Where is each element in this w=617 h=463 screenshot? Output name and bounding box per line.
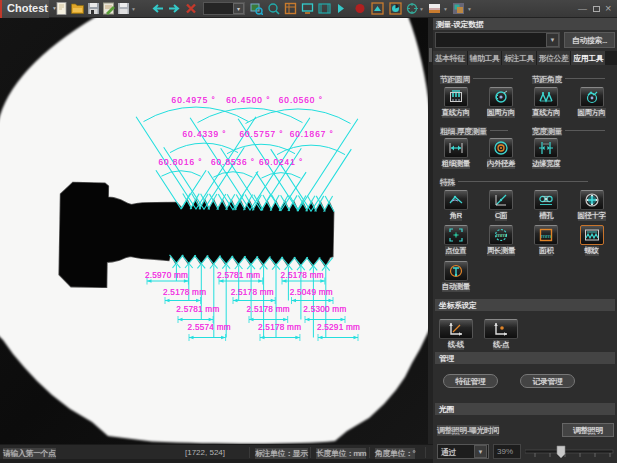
svg-text:2.5574 mm: 2.5574 mm — [188, 323, 231, 332]
svg-text:2.5178 mm: 2.5178 mm — [281, 271, 324, 280]
svg-text:60.0241 °: 60.0241 ° — [259, 158, 303, 167]
svg-text:2.5178 mm: 2.5178 mm — [247, 305, 290, 314]
svg-text:60.5757 °: 60.5757 ° — [239, 130, 283, 139]
svg-text:2.5300 mm: 2.5300 mm — [303, 305, 346, 314]
svg-text:2.5178 mm: 2.5178 mm — [163, 288, 206, 297]
svg-text:60.1867 °: 60.1867 ° — [290, 130, 334, 139]
svg-text:60.8536 °: 60.8536 ° — [211, 158, 255, 167]
svg-text:2.5178 mm: 2.5178 mm — [231, 288, 274, 297]
svg-text:2.5049 mm: 2.5049 mm — [290, 288, 333, 297]
svg-text:60.8016 °: 60.8016 ° — [158, 158, 202, 167]
svg-text:2.5970 mm: 2.5970 mm — [145, 271, 188, 280]
svg-text:2.5291 mm: 2.5291 mm — [317, 323, 360, 332]
svg-text:60.4339 °: 60.4339 ° — [183, 130, 227, 139]
svg-text:60.0560 °: 60.0560 ° — [279, 96, 323, 105]
svg-text:2.5178 mm: 2.5178 mm — [258, 323, 301, 332]
svg-text:2.5781 mm: 2.5781 mm — [176, 305, 219, 314]
svg-text:60.4500 °: 60.4500 ° — [226, 96, 270, 105]
svg-text:60.4975 °: 60.4975 ° — [172, 96, 216, 105]
svg-text:2.5781 mm: 2.5781 mm — [217, 271, 260, 280]
